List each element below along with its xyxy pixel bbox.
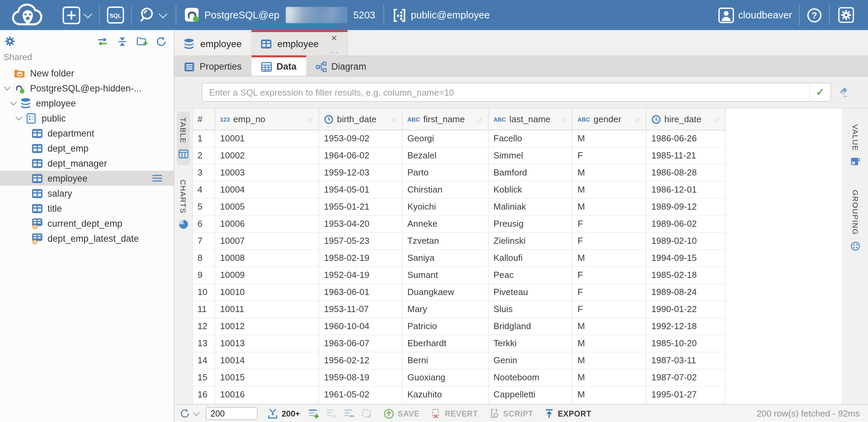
sql-filter-input[interactable] — [202, 83, 809, 101]
tree-item-new-folder[interactable]: New folder — [0, 66, 174, 81]
new-connection-button[interactable] — [62, 6, 91, 24]
data-cell-birth_date[interactable]: 1953-04-20 — [319, 216, 403, 233]
data-cell-hire_date[interactable]: 1989-02-10 — [647, 233, 726, 250]
data-cell-gender[interactable]: M — [573, 165, 647, 182]
data-cell-last_name[interactable]: Simmel — [489, 147, 573, 165]
tab-data[interactable]: Data — [251, 55, 306, 76]
tree-item-current-dept-emp[interactable]: current_dept_emp — [0, 216, 174, 231]
data-cell-hire_date[interactable]: 1989-09-12 — [647, 199, 726, 216]
data-cell-birth_date[interactable]: 1953-09-02 — [319, 130, 403, 147]
sort-icon[interactable]: ↓↑ — [476, 114, 483, 124]
tab-employee-database[interactable]: employee — [174, 30, 251, 55]
sort-icon[interactable]: ↓↑ — [307, 114, 314, 124]
data-cell-last_name[interactable]: Nooteboom — [489, 369, 573, 386]
column-header-hire_date[interactable]: hire_date↓↑ — [647, 109, 726, 130]
settings-button[interactable] — [838, 7, 854, 23]
row-number-cell[interactable]: 12 — [193, 318, 215, 335]
data-cell-birth_date[interactable]: 1964-06-02 — [319, 147, 403, 165]
revert-button[interactable]: REVERT — [430, 408, 478, 419]
data-cell-emp_no[interactable]: 10014 — [215, 352, 319, 369]
help-button[interactable]: ? — [806, 7, 822, 23]
sort-icon[interactable]: ↓↑ — [634, 114, 641, 124]
row-number-cell[interactable]: 14 — [193, 352, 215, 369]
data-cell-emp_no[interactable]: 10001 — [215, 130, 319, 147]
export-button[interactable]: EXPORT — [544, 408, 591, 419]
data-cell-birth_date[interactable]: 1960-10-04 — [319, 318, 403, 335]
data-cell-emp_no[interactable]: 10007 — [215, 233, 319, 250]
tree-item-employee[interactable]: employee — [0, 171, 174, 186]
data-cell-gender[interactable]: M — [573, 318, 647, 335]
tree-item-dept-emp[interactable]: dept_emp — [0, 141, 174, 156]
clear-filter-eraser-icon[interactable] — [838, 87, 849, 98]
data-cell-birth_date[interactable]: 1961-05-02 — [319, 386, 403, 404]
tree-item-dept-emp-latest-date[interactable]: dept_emp_latest_date — [0, 231, 174, 246]
refresh-results-button[interactable] — [180, 408, 199, 419]
column-header-rownum[interactable]: # — [193, 109, 215, 130]
data-cell-hire_date[interactable]: 1989-08-24 — [647, 284, 726, 301]
row-number-cell[interactable]: 2 — [193, 147, 215, 165]
data-cell-emp_no[interactable]: 10006 — [215, 216, 319, 233]
data-cell-hire_date[interactable]: 1992-12-18 — [647, 318, 726, 335]
column-header-birth_date[interactable]: birth_date↓↑ — [319, 109, 403, 130]
data-cell-gender[interactable]: F — [573, 233, 647, 250]
data-cell-first_name[interactable]: Parto — [403, 165, 489, 182]
fetch-more-button[interactable]: 200+ — [267, 408, 300, 419]
data-cell-hire_date[interactable]: 1987-03-11 — [647, 352, 726, 369]
data-cell-gender[interactable]: M — [573, 130, 647, 147]
chevron-down-icon[interactable] — [83, 9, 92, 18]
data-cell-last_name[interactable]: Sluis — [489, 301, 573, 318]
data-cell-hire_date[interactable]: 1995-01-27 — [647, 386, 726, 404]
driver-manager-button[interactable] — [137, 6, 166, 24]
row-number-cell[interactable]: 8 — [193, 250, 215, 267]
row-number-cell[interactable]: 11 — [193, 301, 215, 318]
schema-selector[interactable]: public@employee — [392, 8, 490, 22]
data-cell-gender[interactable]: F — [573, 216, 647, 233]
data-cell-emp_no[interactable]: 10005 — [215, 199, 319, 216]
panel-tab-charts[interactable]: CHARTS — [177, 173, 190, 236]
data-cell-first_name[interactable]: Kazuhito — [403, 386, 489, 404]
data-cell-last_name[interactable]: Zielinski — [489, 233, 573, 250]
tab-more-icon[interactable]: ... — [330, 48, 339, 53]
data-cell-birth_date[interactable]: 1959-12-03 — [319, 165, 403, 182]
data-cell-first_name[interactable]: Georgi — [403, 130, 489, 147]
data-cell-emp_no[interactable]: 10016 — [215, 386, 319, 404]
data-cell-hire_date[interactable]: 1994-09-15 — [647, 250, 726, 267]
panel-tab-value[interactable]: VALUE — [849, 118, 862, 173]
row-number-cell[interactable]: 1 — [193, 130, 215, 147]
data-cell-birth_date[interactable]: 1952-04-19 — [319, 267, 403, 284]
chevron-down-icon[interactable] — [10, 99, 16, 106]
row-number-cell[interactable]: 9 — [193, 267, 215, 284]
row-number-cell[interactable]: 10 — [193, 284, 215, 301]
data-cell-first_name[interactable]: Duangkaew — [403, 284, 489, 301]
row-limit-input[interactable] — [206, 407, 258, 420]
data-cell-emp_no[interactable]: 10012 — [215, 318, 319, 335]
data-cell-gender[interactable]: F — [573, 147, 647, 165]
sort-icon[interactable]: ↓↑ — [390, 114, 397, 124]
add-row-button[interactable] — [308, 408, 319, 419]
tree-item-department[interactable]: department — [0, 126, 174, 141]
data-cell-birth_date[interactable]: 1963-06-07 — [319, 335, 403, 352]
tree-item-postgresql-ep-hidden-[interactable]: PostgreSQL@ep-hidden-... — [0, 81, 174, 96]
refresh-tree-icon[interactable] — [156, 36, 167, 47]
data-cell-first_name[interactable]: Guoxiang — [403, 369, 489, 386]
data-cell-first_name[interactable]: Berni — [403, 352, 489, 369]
data-cell-birth_date[interactable]: 1954-05-01 — [319, 182, 403, 199]
data-cell-last_name[interactable]: Piveteau — [489, 284, 573, 301]
data-cell-emp_no[interactable]: 10013 — [215, 335, 319, 352]
tab-employee-table[interactable]: employee ✕ ... — [251, 30, 348, 55]
tree-item-dept-manager[interactable]: dept_manager — [0, 156, 174, 171]
data-cell-emp_no[interactable]: 10003 — [215, 165, 319, 182]
data-cell-last_name[interactable]: Maliniak — [489, 199, 573, 216]
data-cell-last_name[interactable]: Facello — [489, 130, 573, 147]
data-cell-last_name[interactable]: Kalloufi — [489, 250, 573, 267]
data-cell-gender[interactable]: M — [573, 386, 647, 404]
data-cell-birth_date[interactable]: 1957-05-23 — [319, 233, 403, 250]
row-number-cell[interactable]: 4 — [193, 182, 215, 199]
add-folder-icon[interactable] — [136, 36, 148, 46]
row-number-cell[interactable]: 5 — [193, 199, 215, 216]
save-button[interactable]: SAVE — [383, 408, 419, 419]
tree-item-public[interactable]: public — [0, 111, 174, 126]
panel-tab-table[interactable]: TABLE — [177, 111, 190, 165]
data-cell-last_name[interactable]: Terkki — [489, 335, 573, 352]
data-cell-emp_no[interactable]: 10015 — [215, 369, 319, 386]
